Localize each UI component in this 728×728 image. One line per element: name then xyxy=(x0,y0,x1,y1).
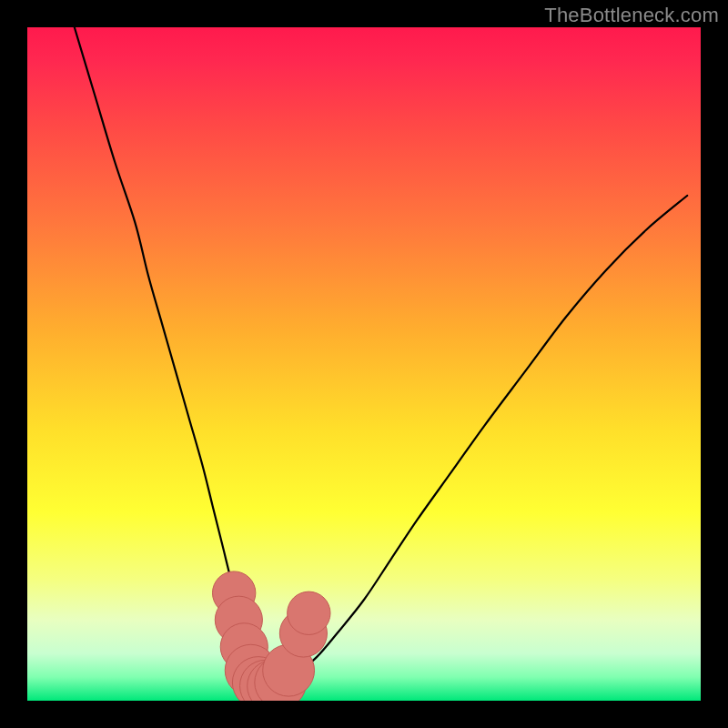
curve-marker xyxy=(288,592,330,634)
watermark-text: TheBottleneck.com xyxy=(544,4,719,27)
bottleneck-curve xyxy=(27,27,701,701)
chart-frame: TheBottleneck.com xyxy=(0,0,728,728)
plot-area xyxy=(27,27,701,701)
